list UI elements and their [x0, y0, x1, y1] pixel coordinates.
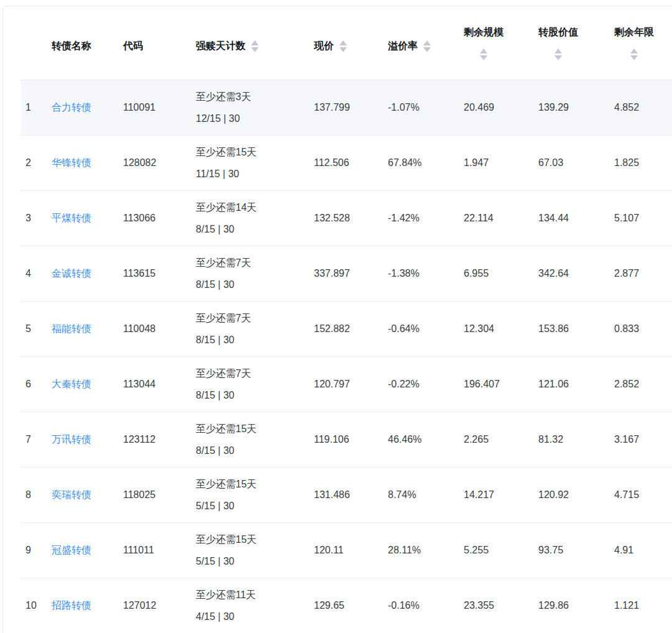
row-index: 4: [21, 268, 47, 279]
header-current-price[interactable]: 现价: [309, 40, 383, 53]
header-premium-rate[interactable]: 溢价率: [383, 40, 459, 53]
redemption-countdown: 至少还需15天 8/15 | 30: [191, 418, 309, 461]
bond-name-link[interactable]: 招路转债: [52, 600, 91, 611]
table-row: 8 奕瑞转债 118025 至少还需15天 5/15 | 30 131.486 …: [21, 468, 672, 523]
remaining-scale: 6.955: [459, 268, 533, 279]
conversion-value: 121.06: [533, 379, 609, 390]
bond-name-link[interactable]: 万讯转债: [52, 434, 91, 445]
row-index: 9: [21, 545, 47, 556]
conversion-value: 93.75: [533, 545, 609, 556]
sort-icon[interactable]: [423, 40, 431, 52]
conversion-value: 129.86: [533, 600, 609, 611]
current-price: 137.799: [309, 102, 383, 113]
sort-desc-icon[interactable]: [339, 47, 347, 52]
remaining-scale: 12.304: [459, 323, 533, 335]
row-index: 5: [21, 323, 47, 335]
redemption-countdown-ratio: 8/15 | 30: [196, 384, 309, 406]
sort-asc-icon[interactable]: [251, 40, 259, 45]
header-remaining-scale[interactable]: 剩余规模: [459, 26, 533, 60]
bond-name-link[interactable]: 合力转债: [52, 102, 91, 113]
sort-asc-icon[interactable]: [630, 49, 638, 53]
remaining-scale: 1.947: [459, 157, 533, 169]
redemption-countdown-days: 至少还需15天: [196, 473, 309, 495]
redemption-countdown-ratio: 5/15 | 30: [196, 495, 309, 517]
conversion-value: 139.29: [533, 102, 609, 113]
sort-icon[interactable]: [339, 40, 347, 52]
sort-desc-icon[interactable]: [555, 55, 562, 60]
redemption-countdown: 至少还需15天 5/15 | 30: [191, 529, 309, 572]
bond-name-cell: 金诚转债: [47, 267, 118, 280]
table-row: 10 招路转债 127012 至少还需11天 4/15 | 30 129.65 …: [21, 578, 672, 633]
remaining-scale: 196.407: [459, 379, 533, 390]
redemption-countdown-ratio: 8/15 | 30: [196, 274, 309, 295]
redemption-countdown: 至少还需7天 8/15 | 30: [191, 252, 309, 295]
bond-name-cell: 奕瑞转债: [47, 489, 118, 502]
premium-rate: 67.84%: [383, 157, 459, 169]
bond-code: 110048: [118, 323, 191, 335]
redemption-countdown-days: 至少还需7天: [196, 252, 309, 274]
premium-rate: -1.07%: [383, 102, 459, 113]
conversion-value: 153.86: [533, 323, 609, 335]
sort-icon[interactable]: [630, 49, 638, 60]
remaining-scale: 14.217: [459, 489, 533, 501]
header-bond-name-label: 转债名称: [52, 40, 91, 53]
sort-icon[interactable]: [251, 40, 259, 52]
sort-desc-icon[interactable]: [630, 55, 638, 60]
redemption-countdown-days: 至少还需7天: [196, 363, 309, 384]
premium-rate: 46.46%: [383, 434, 459, 445]
bond-name-link[interactable]: 冠盛转债: [52, 545, 91, 555]
sort-asc-icon[interactable]: [339, 40, 347, 45]
premium-rate: -0.22%: [383, 379, 459, 390]
current-price: 132.528: [309, 213, 383, 224]
remaining-years: 3.167: [609, 434, 672, 445]
redemption-countdown-days: 至少还需14天: [196, 196, 309, 218]
header-redemption-days-label: 强赎天计数: [196, 40, 246, 53]
bond-name-link[interactable]: 平煤转债: [52, 213, 91, 223]
sort-icon[interactable]: [555, 49, 562, 60]
bond-name-cell: 福能转债: [47, 323, 118, 336]
sort-asc-icon[interactable]: [480, 49, 487, 53]
row-index: 6: [21, 379, 47, 390]
premium-rate: -0.64%: [383, 323, 459, 335]
row-index: 7: [21, 434, 47, 445]
table-header-row: 转债名称 代码 强赎天计数 现价 溢价率 剩余规模: [21, 6, 672, 80]
bond-name-link[interactable]: 金诚转债: [52, 268, 91, 279]
header-remaining-years[interactable]: 剩余年限: [609, 26, 672, 60]
bond-code: 123112: [118, 434, 191, 445]
bond-name-link[interactable]: 福能转债: [52, 323, 91, 334]
row-index: 2: [21, 157, 47, 169]
redemption-countdown-ratio: 11/15 | 30: [196, 163, 309, 185]
remaining-scale: 23.355: [459, 600, 533, 611]
table-row: 6 大秦转债 113044 至少还需7天 8/15 | 30 120.797 -…: [21, 357, 672, 412]
sort-desc-icon[interactable]: [251, 47, 259, 52]
bond-name-link[interactable]: 大秦转债: [52, 379, 91, 389]
header-conversion-value-label: 转股价值: [538, 26, 578, 39]
header-conversion-value[interactable]: 转股价值: [533, 26, 609, 60]
header-code-label: 代码: [123, 40, 143, 53]
bond-table-card: 转债名称 代码 强赎天计数 现价 溢价率 剩余规模: [2, 6, 672, 633]
table-row: 7 万讯转债 123112 至少还需15天 8/15 | 30 119.106 …: [21, 412, 672, 468]
bond-name-link[interactable]: 奕瑞转债: [52, 489, 91, 500]
redemption-countdown: 至少还需15天 5/15 | 30: [191, 473, 309, 517]
current-price: 129.65: [309, 600, 383, 611]
premium-rate: 28.11%: [383, 545, 459, 556]
sort-icon[interactable]: [480, 49, 487, 60]
current-price: 152.882: [309, 323, 383, 335]
conversion-value: 81.32: [533, 434, 609, 445]
sort-desc-icon[interactable]: [423, 47, 431, 52]
redemption-countdown-ratio: 5/15 | 30: [196, 550, 309, 572]
table-body: 1 合力转债 110091 至少还需3天 12/15 | 30 137.799 …: [21, 80, 672, 633]
header-redemption-days[interactable]: 强赎天计数: [191, 40, 309, 53]
bond-name-cell: 合力转债: [47, 101, 118, 114]
bond-code: 127012: [118, 600, 191, 611]
remaining-years: 4.91: [609, 545, 672, 556]
header-bond-name: 转债名称: [47, 40, 118, 53]
sort-asc-icon[interactable]: [423, 40, 431, 45]
premium-rate: -0.16%: [383, 600, 459, 611]
sort-asc-icon[interactable]: [555, 49, 562, 53]
premium-rate: -1.38%: [383, 268, 459, 279]
sort-desc-icon[interactable]: [480, 55, 487, 60]
row-index: 1: [21, 102, 47, 113]
bond-code: 113066: [118, 213, 191, 224]
bond-name-link[interactable]: 华锋转债: [52, 157, 91, 168]
